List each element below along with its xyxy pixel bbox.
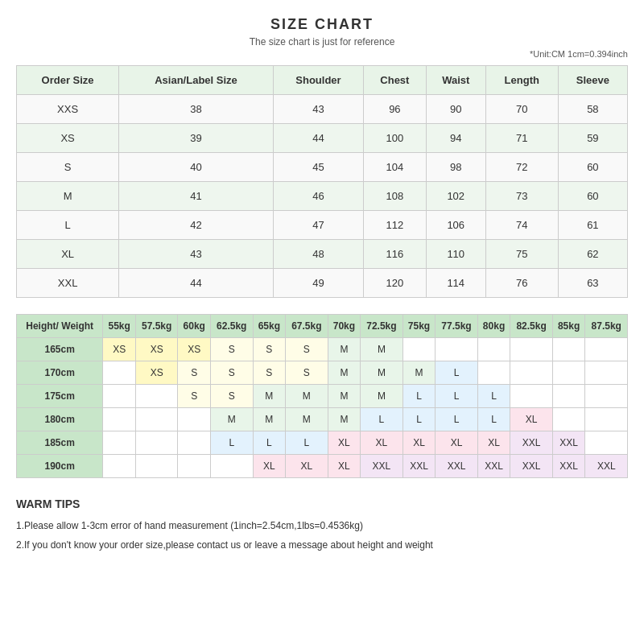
size-data-cell: 60 — [558, 153, 627, 182]
hw-data-cell: XL — [328, 431, 361, 455]
size-data-cell: 104 — [364, 153, 427, 182]
hw-table-row: 175cmSSMMMMLLL — [17, 385, 628, 408]
hw-data-cell — [585, 361, 628, 385]
hw-data-cell: S — [286, 361, 328, 385]
size-data-cell: 96 — [364, 95, 427, 124]
hw-col-header: 57.5kg — [135, 315, 177, 338]
hw-data-cell: L — [436, 385, 477, 408]
size-data-cell: 42 — [119, 211, 274, 240]
size-data-cell: 59 — [558, 124, 627, 153]
size-data-cell: 71 — [485, 124, 558, 153]
hw-data-cell: XXL — [552, 431, 585, 455]
hw-data-cell: L — [477, 408, 510, 431]
hw-data-cell: XXL — [585, 455, 628, 478]
size-data-cell: 41 — [119, 182, 274, 211]
size-data-cell: 106 — [426, 211, 485, 240]
size-col-header: Chest — [364, 66, 427, 95]
hw-table-row: 180cmMMMMLLLLXL — [17, 408, 628, 431]
hw-data-cell: XXL — [436, 455, 477, 478]
order-size-cell: XS — [17, 124, 119, 153]
size-data-cell: 110 — [426, 240, 485, 269]
order-size-cell: XXS — [17, 95, 119, 124]
hw-data-cell: XL — [402, 431, 436, 455]
hw-data-cell: M — [328, 385, 361, 408]
hw-col-header: 70kg — [328, 315, 361, 338]
hw-data-cell: XXL — [477, 455, 510, 478]
hw-data-cell: XL — [361, 431, 402, 455]
hw-data-cell: XS — [103, 338, 136, 361]
hw-data-cell: XXL — [510, 431, 552, 455]
size-data-cell: 94 — [426, 124, 485, 153]
hw-data-cell: L — [402, 385, 436, 408]
size-data-cell: 46 — [273, 182, 363, 211]
hw-data-cell — [103, 385, 136, 408]
hw-table-row: 185cmLLLXLXLXLXLXLXXLXXL — [17, 431, 628, 455]
hw-data-cell — [552, 408, 585, 431]
hw-data-cell: XL — [436, 431, 477, 455]
height-cell: 170cm — [17, 361, 103, 385]
size-data-cell: 74 — [485, 211, 558, 240]
hw-data-cell — [436, 338, 477, 361]
size-data-cell: 62 — [558, 240, 627, 269]
hw-col-header: Height/ Weight — [17, 315, 103, 338]
hw-table-row: 190cmXLXLXLXXLXXLXXLXXLXXLXXLXXL — [17, 455, 628, 478]
table-row: S4045104987260 — [17, 153, 628, 182]
size-data-cell: 39 — [119, 124, 274, 153]
unit-note: *Unit:CM 1cm=0.394inch — [16, 49, 628, 59]
hw-data-cell: M — [328, 408, 361, 431]
tip-item: 1.Please allow 1-3cm error of hand measu… — [16, 518, 628, 533]
subtitle: The size chart is just for reference — [16, 36, 628, 47]
hw-data-cell: XL — [477, 431, 510, 455]
size-data-cell: 114 — [426, 269, 485, 298]
order-size-cell: M — [17, 182, 119, 211]
size-col-header: Length — [485, 66, 558, 95]
hw-data-cell — [178, 408, 211, 431]
hw-data-cell: XXL — [361, 455, 402, 478]
size-data-cell: 100 — [364, 124, 427, 153]
hw-data-cell: M — [286, 385, 328, 408]
hw-data-cell: XS — [135, 338, 177, 361]
hw-data-cell: L — [361, 408, 402, 431]
size-col-header: Asian/Label Size — [119, 66, 274, 95]
hw-col-header: 85kg — [552, 315, 585, 338]
size-data-cell: 45 — [273, 153, 363, 182]
size-data-cell: 112 — [364, 211, 427, 240]
table-row: L42471121067461 — [17, 211, 628, 240]
hw-data-cell: L — [286, 431, 328, 455]
hw-data-cell — [135, 431, 177, 455]
hw-data-cell — [510, 361, 552, 385]
hw-col-header: 67.5kg — [286, 315, 328, 338]
hw-chart-table: Height/ Weight55kg57.5kg60kg62.5kg65kg67… — [16, 314, 628, 478]
hw-data-cell: M — [328, 361, 361, 385]
hw-data-cell — [103, 431, 136, 455]
tip-item: 2.If you don't know your order size,plea… — [16, 538, 628, 552]
size-data-cell: 120 — [364, 269, 427, 298]
hw-table-row: 165cmXSXSXSSSSMM — [17, 338, 628, 361]
hw-data-cell: XL — [328, 455, 361, 478]
height-cell: 165cm — [17, 338, 103, 361]
size-data-cell: 75 — [485, 240, 558, 269]
size-data-cell: 90 — [426, 95, 485, 124]
size-data-cell: 63 — [558, 269, 627, 298]
hw-data-cell: XL — [253, 455, 286, 478]
table-row: XXL44491201147663 — [17, 269, 628, 298]
hw-data-cell: S — [211, 385, 253, 408]
size-data-cell: 49 — [273, 269, 363, 298]
hw-data-cell: M — [253, 408, 286, 431]
hw-data-cell: XL — [286, 455, 328, 478]
size-data-cell: 72 — [485, 153, 558, 182]
hw-data-cell: S — [286, 338, 328, 361]
size-data-cell: 38 — [119, 95, 274, 124]
hw-data-cell: M — [361, 338, 402, 361]
size-col-header: Order Size — [17, 66, 119, 95]
hw-data-cell — [135, 385, 177, 408]
hw-data-cell: M — [361, 385, 402, 408]
size-data-cell: 43 — [273, 95, 363, 124]
hw-col-header: 60kg — [178, 315, 211, 338]
hw-data-cell — [103, 408, 136, 431]
hw-col-header: 80kg — [477, 315, 510, 338]
hw-data-cell — [585, 385, 628, 408]
hw-col-header: 75kg — [402, 315, 436, 338]
hw-data-cell: L — [211, 431, 253, 455]
order-size-cell: XL — [17, 240, 119, 269]
